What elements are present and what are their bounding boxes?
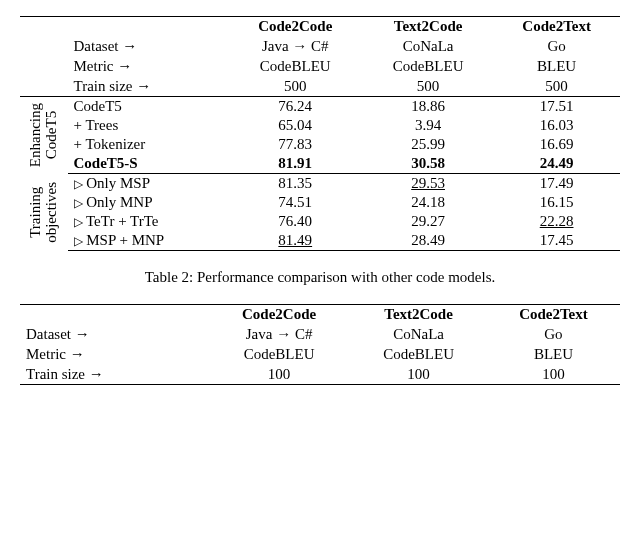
ds-c2c: Java → C#	[228, 36, 363, 56]
cell: 77.83	[228, 135, 363, 154]
group-enhancing-label: EnhancingCodeT5	[20, 97, 68, 174]
cell: 65.04	[228, 116, 363, 135]
cell: 16.03	[493, 116, 620, 135]
ts-c2t: 100	[487, 364, 620, 385]
cell: 17.45	[493, 231, 620, 251]
cell: 3.94	[363, 116, 493, 135]
met-t2c: CodeBLEU	[350, 344, 487, 364]
arrow-icon: →	[136, 77, 151, 94]
cell: 76.24	[228, 97, 363, 117]
met-c2c: CodeBLEU	[208, 344, 350, 364]
arrow-icon: →	[117, 57, 132, 74]
ts-c2t: 500	[493, 76, 620, 97]
ts-c2c: 100	[208, 364, 350, 385]
ts-t2c: 100	[350, 364, 487, 385]
row-label: + Trees	[68, 116, 228, 135]
group-training-label: Trainingobjectives	[20, 174, 68, 251]
cell: 29.53	[363, 174, 493, 194]
triangle-icon: ▷	[74, 196, 83, 210]
ts-t2c: 500	[363, 76, 493, 97]
hdr-trainsize: Train size	[26, 366, 85, 382]
arrow-icon: →	[122, 37, 137, 54]
cell: 16.69	[493, 135, 620, 154]
table-2: Code2Code Text2Code Code2Text Dataset → …	[20, 304, 620, 385]
cell: 81.91	[228, 154, 363, 174]
met-t2c: CodeBLEU	[363, 56, 493, 76]
cell: 81.49	[228, 231, 363, 251]
cell: 25.99	[363, 135, 493, 154]
met-c2c: CodeBLEU	[228, 56, 363, 76]
col-head-t2c: Text2Code	[350, 305, 487, 325]
ds-c2c: Java → C#	[208, 324, 350, 344]
triangle-icon: ▷	[74, 234, 83, 248]
row-label: ▷ MSP + MNP	[68, 231, 228, 251]
arrow-icon: →	[75, 325, 90, 342]
met-c2t: BLEU	[487, 344, 620, 364]
hdr-metric: Metric	[74, 58, 114, 74]
arrow-icon: →	[89, 365, 104, 382]
cell: 24.49	[493, 154, 620, 174]
col-head-c2t: Code2Text	[487, 305, 620, 325]
cell: 76.40	[228, 212, 363, 231]
ds-c2t: Go	[487, 324, 620, 344]
triangle-icon: ▷	[74, 215, 83, 229]
row-label: ▷ TeTr + TrTe	[68, 212, 228, 231]
hdr-metric: Metric	[26, 346, 66, 362]
cell: 18.86	[363, 97, 493, 117]
arrow-icon: →	[70, 345, 85, 362]
cell: 30.58	[363, 154, 493, 174]
col-head-c2c: Code2Code	[208, 305, 350, 325]
row-label: ▷ Only MNP	[68, 193, 228, 212]
hdr-dataset: Dataset	[74, 38, 119, 54]
ds-c2t: Go	[493, 36, 620, 56]
hdr-trainsize: Train size	[74, 78, 133, 94]
cell: 81.35	[228, 174, 363, 194]
ds-t2c: CoNaLa	[350, 324, 487, 344]
ds-t2c: CoNaLa	[363, 36, 493, 56]
hdr-dataset: Dataset	[26, 326, 71, 342]
row-label: CodeT5	[68, 97, 228, 117]
col-head-c2c: Code2Code	[228, 17, 363, 37]
cell: 17.51	[493, 97, 620, 117]
met-c2t: BLEU	[493, 56, 620, 76]
row-label: ▷ Only MSP	[68, 174, 228, 194]
cell: 16.15	[493, 193, 620, 212]
col-head-c2t: Code2Text	[493, 17, 620, 37]
row-label: + Tokenizer	[68, 135, 228, 154]
cell: 22.28	[493, 212, 620, 231]
cell: 28.49	[363, 231, 493, 251]
cell: 29.27	[363, 212, 493, 231]
cell: 17.49	[493, 174, 620, 194]
triangle-icon: ▷	[74, 177, 83, 191]
cell: 24.18	[363, 193, 493, 212]
ts-c2c: 500	[228, 76, 363, 97]
table-2-caption: Table 2: Performance comparison with oth…	[20, 269, 620, 286]
cell: 74.51	[228, 193, 363, 212]
table-1: Code2Code Text2Code Code2Text Dataset → …	[20, 16, 620, 251]
row-label: CodeT5-S	[68, 154, 228, 174]
col-head-t2c: Text2Code	[363, 17, 493, 37]
